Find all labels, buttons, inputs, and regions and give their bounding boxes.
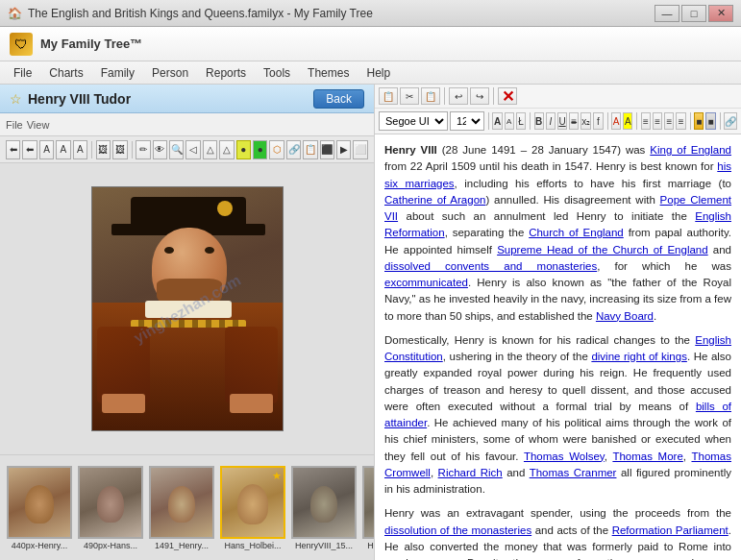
photo-tool-7[interactable]: 🖼 [112,140,127,159]
thumbnail-image-4: ★ [220,466,285,539]
hat-jewel [217,201,233,216]
photo-tool-4[interactable]: A [56,140,70,159]
rt-tool-underline[interactable]: U [557,112,567,130]
rt-tool-align-left[interactable]: ≡ [641,112,651,130]
person-name: Henry VIII Tudor [28,91,131,107]
photo-tool-3[interactable]: A [39,140,54,159]
rt-tool-justify[interactable]: ≡ [676,112,685,130]
left-menu-file[interactable]: File [6,119,23,131]
link-dissolution[interactable]: dissolution of the monasteries [384,524,531,536]
rt-tool-font-color[interactable]: A [611,112,621,130]
rt-tool-strikethrough[interactable]: ≡ [569,112,579,130]
left-menu-view[interactable]: View [27,119,50,131]
rt-sep-2 [493,87,494,105]
photo-tool-6[interactable]: 🖼 [96,140,111,159]
thumbnail-strip: 440px-Henry... 490px-Hans... 1491_Henry.… [0,454,374,560]
link-cranmer[interactable]: Thomas Cranmer [530,467,617,478]
minimize-button[interactable]: — [655,5,679,22]
menu-person[interactable]: Person [144,64,196,82]
rt-tool-subscript[interactable]: x₂ [580,112,591,130]
photo-tool-20[interactable]: ▶ [336,140,351,159]
thumbnail-label-5: HenryVIII_15... [295,541,353,550]
thumbnail-item-2[interactable]: 490px-Hans... [77,466,144,550]
app-logo: 🛡 [10,33,33,56]
title-bar-left: 🏠 The English and British Kings and Quee… [8,7,373,20]
selected-star-icon: ★ [272,470,282,482]
photo-tool-17[interactable]: 🔗 [286,140,301,159]
rt-tool-italic[interactable]: I [546,112,556,130]
thumbnail-item-3[interactable]: 1491_Henry... [148,466,215,550]
thumbnail-item-6[interactable]: Henry-VIII-ki... [361,466,374,550]
henry-name: Henry VIII [384,144,437,156]
link-six-marriages[interactable]: his six marriages [384,160,731,188]
link-reformation-parliament[interactable]: Reformation Parliament [612,524,729,536]
link-more[interactable]: Thomas More [612,450,682,462]
font-family-select[interactable]: Segoe UI [379,111,448,131]
rt-tool-align-center[interactable]: ≡ [653,112,662,130]
rt-tool-superscript[interactable]: f [593,112,603,130]
menu-tools[interactable]: Tools [256,64,298,82]
left-panel: ☆ Henry VIII Tudor Back File View ⬅ ⬅ A … [0,85,375,560]
text-content-area[interactable]: Henry VIII (28 June 1491 – 28 January 15… [375,134,741,560]
link-supreme-head[interactable]: Supreme Head of the Church of England [497,244,708,256]
link-bills[interactable]: bills of attainder [384,401,731,428]
link-divine-right[interactable]: divine right of kings [591,351,687,362]
link-dissolved[interactable]: dissolved convents and monasteries [384,260,597,272]
rt-tool-highlight[interactable]: A [623,112,632,130]
photo-tool-12[interactable]: △ [203,140,217,159]
menu-family[interactable]: Family [93,64,142,82]
back-button[interactable]: Back [313,89,364,109]
rt-tool-bold[interactable]: B [534,112,544,130]
portrait-hand-right [230,394,273,413]
maximize-button[interactable]: □ [681,5,706,22]
font-size-select[interactable]: 12 [450,111,484,131]
rt-tool-delete[interactable]: ✕ [498,87,517,105]
menu-help[interactable]: Help [358,64,398,82]
photo-tool-15[interactable]: ● [253,140,267,159]
photo-tool-1[interactable]: ⬅ [6,140,20,159]
rt-tool-increase-font[interactable]: A [492,112,502,130]
photo-tool-14[interactable]: ● [236,140,251,159]
link-church[interactable]: Church of England [529,227,624,238]
photo-tool-2[interactable]: ⬅ [22,140,37,159]
rt-tool-font-options[interactable]: Ł [516,112,526,130]
rt-tool-paste[interactable]: 📋 [421,87,440,105]
link-king-of-england[interactable]: King of England [650,144,731,156]
photo-tool-18[interactable]: 📋 [303,140,317,159]
rt-tool-undo[interactable]: ↩ [449,87,468,105]
menu-themes[interactable]: Themes [300,64,357,82]
rt-tool-copy[interactable]: 📋 [379,87,398,105]
photo-tool-11[interactable]: ◁ [185,140,200,159]
link-navy-board[interactable]: Navy Board [596,310,654,322]
thumbnail-item-4[interactable]: ★ Hans_Holbei... [219,466,286,550]
link-catherine[interactable]: Catherine of Aragon [384,194,485,206]
rt-tool-redo[interactable]: ↪ [470,87,489,105]
rt-tool-active-2[interactable]: ■ [705,112,715,130]
menu-file[interactable]: File [6,64,39,82]
photo-tool-5[interactable]: A [73,140,87,159]
rt-tool-align-right[interactable]: ≡ [664,112,674,130]
photo-tool-19[interactable]: ⬛ [320,140,334,159]
toolbar-sep-2 [132,141,133,158]
portrait-eye-right [205,247,214,254]
photo-tool-16[interactable]: ⬡ [269,140,284,159]
rt-tool-link[interactable]: 🔗 [724,112,737,130]
photo-tool-10[interactable]: 🔍 [169,140,184,159]
main-portrait [91,186,284,431]
photo-tool-13[interactable]: △ [219,140,234,159]
close-button[interactable]: ✕ [708,5,733,22]
thumbnail-item-1[interactable]: 440px-Henry... [6,466,73,550]
photo-tool-8[interactable]: ✏ [136,140,150,159]
thumbnail-item-5[interactable]: HenryVIII_15... [290,466,358,550]
link-rich[interactable]: Richard Rich [438,467,503,478]
photo-tool-9[interactable]: 👁 [153,140,167,159]
rt-tool-active-1[interactable]: ■ [694,112,704,130]
photo-tool-21[interactable]: ⬜ [353,140,367,159]
menu-charts[interactable]: Charts [41,64,90,82]
menu-reports[interactable]: Reports [198,64,254,82]
rt-tool-decrease-font[interactable]: A [505,112,514,130]
link-wolsey[interactable]: Thomas Wolsey [524,450,605,462]
rt-tool-cut[interactable]: ✂ [400,87,419,105]
person-header: ☆ Henry VIII Tudor Back [0,85,374,113]
link-excommunicated[interactable]: excommunicated [384,277,468,288]
